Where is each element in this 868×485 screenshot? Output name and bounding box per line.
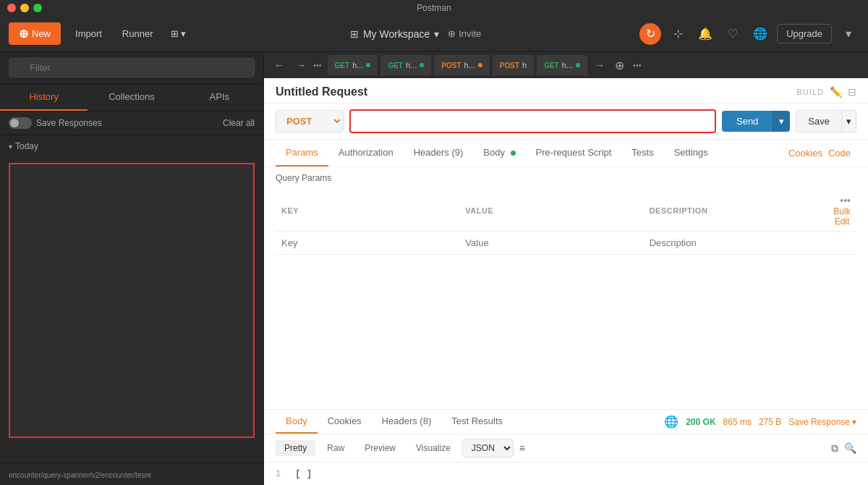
format-select[interactable]: JSON	[462, 439, 514, 457]
right-links: Cookies Code	[788, 140, 856, 166]
tab-tests[interactable]: Tests	[621, 140, 663, 166]
sidebar-actions: Save Responses Clear all	[0, 111, 263, 135]
edit-icon-button[interactable]: ✏️	[830, 86, 842, 98]
save-response-chevron-icon: ▾	[852, 417, 856, 427]
runner-button[interactable]: Runner	[116, 24, 159, 43]
method-label-2: GET	[388, 62, 403, 69]
workspace-chevron-icon: ▾	[434, 28, 439, 40]
maximize-button[interactable]	[33, 4, 42, 12]
status-code: 200 OK	[686, 417, 715, 427]
request-tab-3[interactable]: POST h...	[434, 55, 490, 75]
desc-header: DESCRIPTION	[644, 190, 827, 232]
content-area: ← → ••• GET h... GET h... POST h... POST…	[264, 52, 868, 485]
search-response-button[interactable]: 🔍	[844, 442, 856, 455]
sidebar-bottom: encounter/query-spanner/v2/encounter/tes…	[0, 463, 263, 485]
request-tab-1[interactable]: GET h...	[328, 55, 378, 75]
method-select[interactable]: POST GET PUT DELETE	[276, 110, 344, 132]
layout-toggle-button[interactable]: ⊟	[848, 86, 856, 98]
import-button[interactable]: Import	[67, 24, 111, 43]
key-input[interactable]	[281, 237, 454, 248]
url-input[interactable]	[349, 109, 716, 133]
send-dropdown-button[interactable]: ▾	[773, 111, 790, 132]
response-size: 275 B	[759, 417, 781, 427]
workspace-button[interactable]: ⊞ My Workspace ▾	[350, 28, 439, 40]
app-title: Postman	[417, 3, 451, 13]
resp-tab-cookies[interactable]: Cookies	[318, 410, 372, 434]
request-tab-5[interactable]: GET h...	[537, 55, 587, 75]
sync-icon-button[interactable]: ↻	[639, 23, 661, 45]
search-input[interactable]	[9, 58, 255, 77]
minimize-button[interactable]	[20, 4, 29, 12]
cookies-link[interactable]: Cookies	[788, 140, 822, 166]
today-chevron-icon: ▾	[9, 143, 12, 151]
request-tab-4[interactable]: POST h	[493, 55, 534, 75]
tabs-forward-button[interactable]: →	[590, 56, 609, 74]
response-tabs-bar: Body Cookies Headers (8) Test Results 🌐 …	[264, 410, 868, 434]
column-options-button[interactable]: •••	[840, 195, 851, 206]
wrap-icon-button[interactable]: ≡	[519, 442, 525, 454]
invite-button[interactable]: ⊕ Invite	[448, 28, 481, 39]
plus-icon: ⊕	[19, 27, 28, 41]
tab-pre-request[interactable]: Pre-request Script	[526, 140, 622, 166]
tab-label-4: h	[522, 61, 527, 69]
sidebar-tabs: History Collections APIs	[0, 84, 263, 111]
save-response-button[interactable]: Save Response ▾	[788, 417, 856, 427]
tab-authorization[interactable]: Authorization	[328, 140, 404, 166]
today-label: ▾ Today	[9, 141, 255, 151]
tab-apis[interactable]: APIs	[176, 84, 263, 111]
globe-icon: 🌐	[753, 27, 767, 41]
dots-left: •••	[313, 61, 322, 69]
clear-all-button[interactable]: Clear all	[223, 118, 255, 128]
ssl-status-icon[interactable]: 🌐	[664, 415, 678, 429]
add-tab-button[interactable]: ⊕	[612, 59, 627, 72]
tab-body[interactable]: Body	[473, 140, 525, 166]
copy-icon-button[interactable]: ⧉	[831, 442, 838, 455]
back-button[interactable]: ←	[270, 56, 289, 74]
main-layout: 🔍 History Collections APIs Save Response…	[0, 52, 868, 485]
send-button[interactable]: Send	[722, 111, 773, 132]
notification-icon-button[interactable]: 🔔	[694, 23, 716, 45]
satellite-icon: ⊹	[673, 27, 683, 41]
desc-input[interactable]	[650, 237, 822, 248]
toggle-knob	[10, 119, 19, 127]
params-row	[276, 232, 856, 255]
bulk-edit-button[interactable]: Bulk Edit	[833, 206, 851, 227]
format-raw-button[interactable]: Raw	[318, 440, 353, 456]
save-dropdown-button[interactable]: ▾	[842, 110, 856, 132]
tab-dot-2	[420, 63, 424, 67]
value-input[interactable]	[465, 237, 637, 248]
format-visualize-button[interactable]: Visualize	[407, 440, 459, 456]
response-format-bar: Pretty Raw Preview Visualize JSON ≡ ⧉ 🔍	[264, 434, 868, 463]
globe-icon-button[interactable]: 🌐	[749, 23, 771, 45]
tab-settings[interactable]: Settings	[664, 140, 718, 166]
workspace-grid-icon: ⊞	[350, 28, 359, 40]
request-tab-2[interactable]: GET h...	[380, 55, 431, 75]
layout-icon-button[interactable]: ⊞ ▾	[165, 24, 192, 43]
upgrade-chevron-button[interactable]: ▾	[838, 23, 859, 45]
tab-label-5: h...	[562, 61, 573, 69]
resp-tab-body[interactable]: Body	[276, 410, 318, 434]
window-controls	[7, 4, 42, 12]
sync-icon: ↻	[646, 27, 655, 41]
resp-tab-test-results[interactable]: Test Results	[441, 410, 513, 434]
heart-icon-button[interactable]: ♡	[722, 23, 744, 45]
bottom-url-text: encounter/query-spanner/v2/encounter/tes…	[9, 471, 151, 479]
tab-history[interactable]: History	[0, 84, 88, 111]
close-button[interactable]	[7, 4, 16, 12]
code-link[interactable]: Code	[822, 140, 856, 166]
upgrade-button[interactable]: Upgrade	[777, 24, 832, 43]
save-button[interactable]: Save	[796, 110, 842, 132]
new-button[interactable]: ⊕ New	[9, 22, 61, 45]
format-preview-button[interactable]: Preview	[356, 440, 404, 456]
satellite-icon-button[interactable]: ⊹	[667, 23, 689, 45]
tab-headers[interactable]: Headers (9)	[404, 140, 474, 166]
resp-tab-headers[interactable]: Headers (8)	[372, 410, 442, 434]
title-bar: Postman	[0, 0, 868, 16]
save-responses-toggle[interactable]	[9, 117, 32, 129]
forward-button[interactable]: →	[292, 56, 310, 74]
format-pretty-button[interactable]: Pretty	[276, 440, 315, 456]
tab-collections[interactable]: Collections	[88, 84, 175, 111]
actions-header: ••• Bulk Edit	[827, 190, 856, 232]
tab-params[interactable]: Params	[276, 140, 328, 166]
tab-label-2: h...	[406, 61, 417, 69]
